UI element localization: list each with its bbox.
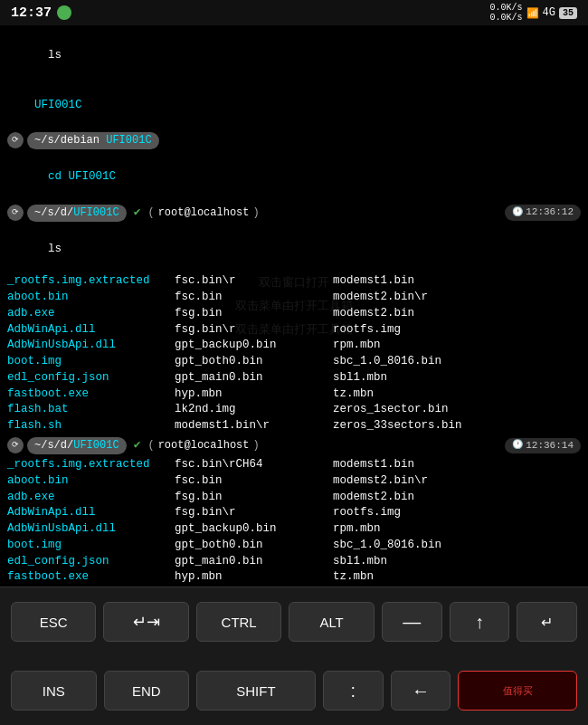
key-left-label: ← (412, 681, 430, 701)
timestamp-1: 🕐 12:36:12 (505, 205, 581, 221)
key-colon[interactable]: : (323, 671, 384, 711)
status-bar: 12:37 0.0K/s0.0K/s 📶 4G 35 (0, 0, 588, 25)
cmd-cd: cd UFI001C (7, 152, 581, 201)
prompt-icon-r1: ⟳ (7, 205, 24, 221)
host-1: root@localhost (158, 205, 250, 221)
paren-3: ( (147, 438, 154, 453)
key-shift[interactable]: SHIFT (196, 671, 316, 711)
paren-1: ( (147, 205, 154, 221)
key-enter-label: ↵ (541, 614, 553, 631)
cmd-ls-2: ls (7, 224, 581, 273)
check-icon-2: ✔ (134, 437, 141, 454)
clock-icon-1: 🕐 (512, 206, 523, 220)
green-dot-icon (57, 5, 71, 20)
host-2: root@localhost (158, 438, 250, 453)
key-dash[interactable]: — (382, 602, 442, 642)
prompt-1: ⟳ ~/s/debian UFI001C (7, 132, 581, 149)
key-esc[interactable]: ESC (11, 602, 96, 642)
check-icon-1: ✔ (134, 205, 141, 222)
file-col2-2: fsc.bin\rCH64 fsc.bin fsg.bin fsg.bin\r … (175, 457, 333, 587)
status-time: 12:37 (11, 5, 52, 21)
prompt-path-r2: ~/s/d/UFI001C (27, 437, 127, 454)
prompt-result-2: ⟳ ~/s/d/UFI001C ✔ ( root@localhost ) 🕐 1… (7, 437, 581, 454)
key-esc-label: ESC (40, 615, 68, 630)
key-alt[interactable]: ALT (289, 602, 374, 642)
status-left: 12:37 (11, 5, 71, 21)
timestamp-2: 🕐 12:36:14 (505, 438, 581, 454)
key-brand-label: 值得买 (503, 684, 533, 698)
prompt-path-1: ~/s/debian UFI001C (27, 132, 159, 149)
key-up-label: ↑ (475, 612, 484, 633)
kbd-row-1: ESC ↵⇥ CTRL ALT — ↑ ↵ (0, 587, 588, 656)
key-ctrl[interactable]: CTRL (196, 602, 281, 642)
signal-icon: 📶 (526, 7, 539, 19)
prompt-icon-r2: ⟳ (7, 437, 24, 453)
paren-2: ) (253, 205, 260, 221)
status-right: 0.0K/s0.0K/s 📶 4G 35 (490, 3, 577, 23)
file-col3-1: modemst1.bin modemst2.bin\r modemst2.bin… (333, 273, 581, 434)
file-list-2: _rootfs.img.extracted aboot.bin adb.exe … (7, 457, 581, 587)
cmd-ls-1: ls (7, 31, 581, 80)
time-val-1: 12:36:12 (526, 205, 574, 220)
file-col3-2: modemst1.bin modemst2.bin\r modemst2.bin… (333, 457, 581, 587)
prompt-path-r1: ~/s/d/UFI001C (27, 205, 127, 222)
output-ufi: UFI001C (7, 80, 581, 129)
key-up[interactable]: ↑ (450, 602, 510, 642)
key-alt-label: ALT (319, 615, 343, 630)
key-ctrl-label: CTRL (222, 615, 257, 630)
kbd-row-2: INS END SHIFT : ← 值得买 (0, 656, 588, 725)
battery-level: 35 (559, 7, 577, 19)
paren-4: ) (253, 438, 260, 453)
file-list-1: _rootfs.img.extracted aboot.bin adb.exe … (7, 273, 581, 434)
key-left[interactable]: ← (391, 671, 451, 711)
file-col1-1: _rootfs.img.extracted aboot.bin adb.exe … (7, 273, 175, 434)
clock-icon-2: 🕐 (512, 439, 523, 453)
key-dash-label: — (403, 612, 421, 633)
keyboard: ESC ↵⇥ CTRL ALT — ↑ ↵ INS END SHIFT (0, 587, 588, 725)
terminal: ls UFI001C ⟳ ~/s/debian UFI001C cd UFI00… (0, 25, 588, 587)
prompt-result-1: ⟳ ~/s/d/UFI001C ✔ ( root@localhost ) 🕐 1… (7, 205, 581, 222)
prompt-icon-1: ⟳ (7, 132, 24, 148)
key-end[interactable]: END (104, 671, 190, 711)
network-type: 4G (543, 6, 555, 19)
time-val-2: 12:36:14 (526, 439, 574, 453)
file-col2-1: fsc.bin\r fsc.bin fsg.bin fsg.bin\r gpt_… (175, 273, 333, 434)
key-ins-label: INS (43, 683, 65, 699)
network-status: 0.0K/s0.0K/s (490, 3, 523, 23)
key-ins[interactable]: INS (11, 671, 97, 711)
key-tab-arrow[interactable]: ↵⇥ (103, 602, 188, 642)
key-end-label: END (132, 683, 161, 699)
key-colon-label: : (350, 681, 356, 701)
key-enter[interactable]: ↵ (517, 602, 577, 642)
key-shift-label: SHIFT (236, 683, 275, 699)
key-tab-label: ↵⇥ (133, 612, 160, 632)
file-col1-2: _rootfs.img.extracted aboot.bin adb.exe … (7, 457, 175, 587)
key-brand[interactable]: 值得买 (458, 671, 577, 711)
